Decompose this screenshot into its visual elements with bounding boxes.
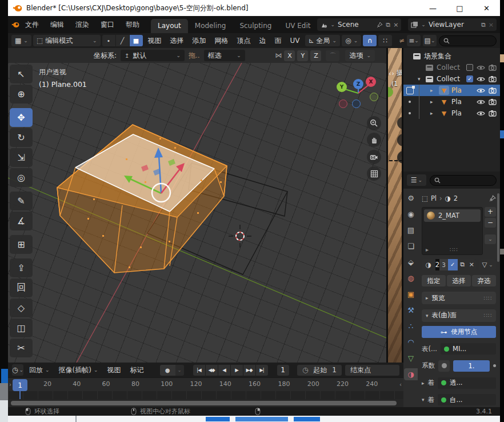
surface-shader-dropdown[interactable]: MI... xyxy=(441,343,496,355)
properties-tab-output[interactable]: ▤ xyxy=(404,224,418,236)
transport-play-button[interactable]: ▶ xyxy=(231,365,243,376)
snap-settings-button[interactable]: ∷ xyxy=(378,35,392,46)
ortho-toggle-button[interactable] xyxy=(367,166,381,181)
outliner-row-collection-2[interactable]: ▾ Collect ✓ xyxy=(403,73,500,85)
factor-value-field[interactable]: 1. xyxy=(453,360,490,372)
tool-bevel-button[interactable]: ◇ xyxy=(10,298,33,317)
expand-arrow-icon[interactable]: ▸ xyxy=(430,110,433,116)
outliner-row-object-3[interactable]: ▸ ▼ Pla xyxy=(403,108,500,119)
outliner-row-scene-collection[interactable]: 场景集合 xyxy=(403,50,500,62)
camera-view-button[interactable] xyxy=(367,150,381,164)
pivot-point-button[interactable]: ◎ ⌄ xyxy=(342,35,361,46)
current-frame-field[interactable]: 1 xyxy=(277,365,289,376)
workspace-tab-modeling[interactable]: Modeling xyxy=(188,19,233,33)
copy-material-icon[interactable]: ⧉ xyxy=(458,259,467,270)
render-camera-icon[interactable] xyxy=(489,110,497,117)
assign-button[interactable]: 指定 xyxy=(422,275,446,286)
properties-tab-physics[interactable]: ◠ xyxy=(404,336,418,348)
breadcrumb-object[interactable]: Pl xyxy=(431,194,437,202)
workspace-tab-uv-edit[interactable]: UV Edit xyxy=(278,19,317,33)
add-slot-button[interactable]: + xyxy=(485,207,496,217)
viewport-3d[interactable]: 用户透视 (1) Plane.001 ↖⊕✥↻⇲◎✎∡⊞⇪回◇◫✂ Z X Y xyxy=(8,63,386,363)
properties-tab-object-data[interactable]: ▽ xyxy=(404,352,418,364)
material-name-field[interactable]: 2 xyxy=(435,259,439,270)
scene-selector[interactable]: ⌄ Scene ⧉ × xyxy=(317,18,401,31)
face-select-icon[interactable]: ■ xyxy=(130,35,143,46)
axis-z-handle[interactable]: Z xyxy=(353,79,363,89)
render-camera-icon[interactable] xyxy=(489,64,497,71)
factor-socket-button[interactable] xyxy=(438,360,450,372)
tool-transform-button[interactable]: ◎ xyxy=(10,168,33,187)
expand-arrow-icon[interactable]: ▸ xyxy=(430,99,433,105)
workspace-tab-layout[interactable]: Layout xyxy=(151,19,188,33)
frame-end-group[interactable]: 结束点 xyxy=(345,365,399,376)
axis-y-handle[interactable]: Y xyxy=(337,82,347,92)
properties-tab-tool[interactable]: ⚙ xyxy=(404,192,418,204)
slot-expand-icon[interactable]: ▸ xyxy=(426,246,429,253)
transport-next-keyframe-button[interactable]: ▶◆ xyxy=(243,365,255,376)
proportional-edit-icon[interactable]: ≠ xyxy=(399,37,405,45)
menu-view[interactable]: 视图 xyxy=(145,35,165,47)
menu-select[interactable]: 选择 xyxy=(167,35,187,47)
properties-tab-material[interactable]: ◑ xyxy=(404,368,418,380)
orientation-setting-dropdown[interactable]: ↥ 默认 ⌄ xyxy=(121,50,185,61)
mirror-x-button[interactable]: X xyxy=(284,50,295,61)
properties-tab-render[interactable]: ◉ xyxy=(404,208,418,220)
render-camera-icon[interactable] xyxy=(489,87,497,94)
material-specials-button[interactable]: ▽⌄ xyxy=(479,259,496,270)
timeline-frame-columns[interactable] xyxy=(8,391,403,399)
deselect-button[interactable]: 弃选 xyxy=(472,275,496,286)
menu-face[interactable]: 面 xyxy=(271,35,285,47)
axis-neg-y-handle[interactable] xyxy=(370,93,378,101)
mirror-z-button[interactable]: Z xyxy=(310,50,321,61)
maximize-button[interactable]: □ xyxy=(446,0,473,16)
tool-annotate-button[interactable]: ✎ xyxy=(10,192,33,210)
properties-editor-type-button[interactable]: ☰⌄ xyxy=(407,174,426,186)
timeline-ruler[interactable]: › ‹ 20406080100120140160180200220240 1 xyxy=(8,377,403,391)
tool-add-cube-button[interactable]: ⊞ xyxy=(10,235,33,254)
close-button[interactable]: ✕ xyxy=(473,0,500,16)
fake-user-shield-icon[interactable]: ✓ xyxy=(448,259,458,270)
menu-add[interactable]: 添加 xyxy=(189,35,210,47)
preview-panel-header[interactable]: ▸ 预览 ∷∷ xyxy=(422,292,496,304)
render-camera-icon[interactable] xyxy=(489,98,497,105)
axis-x-handle[interactable]: X xyxy=(366,77,376,87)
collection-checkbox[interactable]: ✓ xyxy=(466,75,473,82)
tool-tweak-select-button[interactable]: ↖ xyxy=(10,65,33,83)
surface-panel-header[interactable]: ▾ 表(曲)面 ∷∷ xyxy=(422,309,496,322)
breadcrumb-material[interactable]: 2 xyxy=(454,194,458,202)
collection-checkbox[interactable] xyxy=(466,64,473,71)
tool-measure-button[interactable]: ∡ xyxy=(10,212,33,230)
mirror-y-button[interactable]: Y xyxy=(297,50,308,61)
tool-move-button[interactable]: ✥ xyxy=(10,108,33,127)
new-view-layer-icon[interactable]: ⧉ xyxy=(481,21,486,29)
properties-tab-world[interactable]: ◍ xyxy=(404,272,418,284)
expanded-arrow-icon[interactable]: ▾ xyxy=(422,397,425,403)
strip-camera-button[interactable] xyxy=(397,151,403,164)
minimize-button[interactable]: — xyxy=(419,0,446,16)
outliner-search-input[interactable] xyxy=(439,35,497,46)
strip-zoom-button[interactable] xyxy=(397,117,403,129)
new-scene-icon[interactable]: ⧉ xyxy=(386,21,390,29)
grip-icon[interactable]: ∷∷ xyxy=(483,295,492,301)
eye-icon[interactable] xyxy=(477,99,485,105)
menu-edge[interactable]: 边 xyxy=(256,35,270,47)
outliner-filter-button[interactable]: ≡⌄ xyxy=(407,35,421,46)
unlink-material-icon[interactable]: × xyxy=(467,259,477,270)
camera-viewport-strip[interactable]: ‹› 摄 (1 xyxy=(386,48,403,363)
outliner-row-object-1[interactable]: ▸ ▼ Pla xyxy=(403,85,500,96)
vertex-select-icon[interactable]: ∙ xyxy=(102,35,115,46)
outliner-row-collection-1[interactable]: Collect xyxy=(403,62,500,73)
strip-pan-button[interactable] xyxy=(397,134,403,146)
pin-icon[interactable] xyxy=(377,22,383,28)
properties-scrollbar[interactable] xyxy=(497,193,499,262)
tool-extrude-region-button[interactable]: ⇪ xyxy=(10,258,33,277)
workspace-tab-sculpting[interactable]: Sculpting xyxy=(233,19,278,33)
axis-neg-z-handle[interactable] xyxy=(352,99,361,108)
grip-icon[interactable]: ∷∷ xyxy=(450,246,458,253)
menu-uv[interactable]: UV xyxy=(287,35,303,46)
transport-jump-start-button[interactable]: |◀ xyxy=(193,365,205,376)
browse-material-button[interactable]: ◑ xyxy=(422,259,435,270)
strip-axis-gizmo[interactable] xyxy=(386,87,393,97)
zoom-tool-button[interactable] xyxy=(367,116,381,130)
